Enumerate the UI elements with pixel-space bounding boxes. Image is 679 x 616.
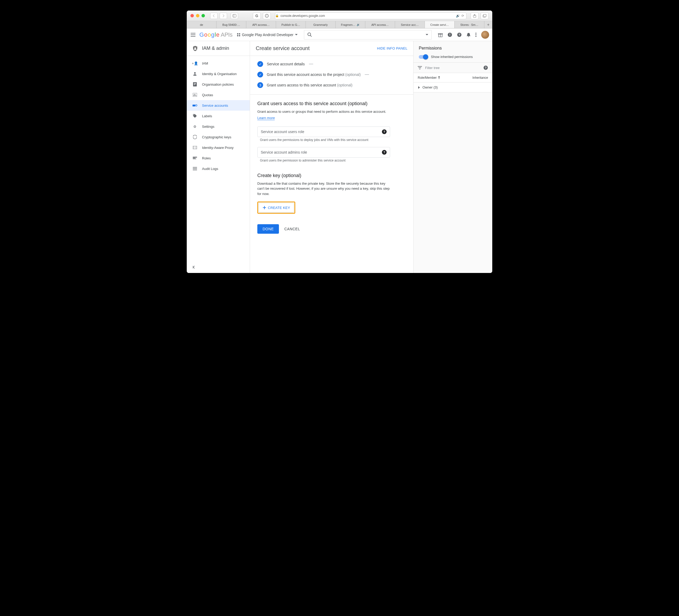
- permissions-panel: Permissions Show inherited permissions F…: [413, 41, 492, 273]
- share-button[interactable]: [471, 12, 479, 19]
- svg-text:?: ?: [458, 33, 460, 36]
- nav-policies[interactable]: Organisation policies: [187, 79, 250, 90]
- search-bar[interactable]: [304, 30, 432, 39]
- help-icon[interactable]: ?: [382, 150, 387, 155]
- more-icon[interactable]: [476, 33, 477, 37]
- help-icon[interactable]: ?: [483, 65, 488, 70]
- learn-more-link[interactable]: Learn more: [257, 116, 275, 120]
- filter-row[interactable]: Filter tree ?: [414, 62, 492, 73]
- create-key-button[interactable]: CREATE KEY: [259, 203, 294, 212]
- minimize-window[interactable]: [196, 14, 199, 18]
- sidebar-toggle[interactable]: [231, 13, 238, 19]
- field-help: Grant users the permission to administer…: [260, 159, 390, 162]
- shield-icon: [192, 45, 198, 52]
- admins-role-input[interactable]: Service account admins role ?: [257, 147, 390, 158]
- svg-rect-33: [193, 146, 197, 149]
- user-avatar[interactable]: [481, 31, 489, 39]
- table-header: Role/Member Inheritance: [414, 73, 492, 83]
- users-role-input[interactable]: Service account users role ?: [257, 126, 390, 137]
- svg-rect-29: [196, 95, 196, 96]
- svg-point-32: [194, 115, 194, 115]
- panel-title: Permissions: [419, 46, 487, 51]
- step-2[interactable]: ✓ Grant this service account access to t…: [257, 72, 406, 78]
- safari-toolbar: G i 🔒 console.developers.google.com 🔊 ⟳: [187, 10, 492, 21]
- maximize-window[interactable]: [201, 14, 205, 18]
- role-row[interactable]: Owner (3): [414, 83, 492, 92]
- extension-button-2[interactable]: i: [263, 12, 271, 19]
- browser-tab[interactable]: API access…: [246, 21, 276, 28]
- browser-window: G i 🔒 console.developers.google.com 🔊 ⟳ …: [187, 10, 492, 273]
- tabs-overview[interactable]: [481, 12, 489, 19]
- section-title: Grant users access to this service accou…: [257, 101, 390, 106]
- nav-identity[interactable]: Identity & Organisation: [187, 68, 250, 79]
- new-tab-button[interactable]: +: [484, 21, 492, 28]
- svg-rect-37: [193, 158, 195, 158]
- hide-info-panel[interactable]: HIDE INFO PANEL: [377, 47, 408, 50]
- browser-tab[interactable]: Publish to G…: [276, 21, 306, 28]
- nav-audit[interactable]: Audit Logs: [187, 163, 250, 174]
- help-icon[interactable]: ?: [457, 32, 462, 37]
- url-bar[interactable]: 🔒 console.developers.google.com 🔊 ⟳: [275, 12, 466, 19]
- alert-icon[interactable]: !: [448, 32, 452, 37]
- nav-iam[interactable]: +👤IAM: [187, 58, 250, 68]
- page-content: IAM & admin +👤IAM Identity & Organisatio…: [187, 41, 492, 273]
- reload-icon[interactable]: ⟳: [461, 14, 464, 18]
- gift-icon[interactable]: [438, 32, 443, 37]
- browser-tab[interactable]: Service acc…: [395, 21, 425, 28]
- project-picker[interactable]: Google Play Android Developer: [237, 33, 297, 37]
- svg-point-18: [476, 34, 477, 35]
- gear-icon: ⚙: [193, 125, 197, 129]
- svg-point-7: [308, 33, 311, 36]
- inherited-toggle[interactable]: [419, 55, 428, 59]
- close-window[interactable]: [190, 14, 194, 18]
- project-icon: [237, 33, 240, 36]
- browser-tab[interactable]: API access…: [365, 21, 395, 28]
- col-inheritance[interactable]: Inheritance: [473, 76, 488, 80]
- browser-tab[interactable]: de: [187, 21, 217, 28]
- person-add-icon: +👤: [193, 61, 197, 65]
- browser-tab[interactable]: Grammarly: [306, 21, 335, 28]
- google-apis-logo[interactable]: Google APIs: [199, 31, 232, 38]
- roles-icon: [193, 157, 197, 159]
- svg-line-8: [310, 35, 312, 37]
- svg-rect-0: [233, 14, 236, 17]
- nav-settings[interactable]: ⚙Settings: [187, 121, 250, 132]
- svg-rect-38: [193, 159, 196, 159]
- svg-rect-6: [484, 14, 486, 17]
- nav-quotas[interactable]: Quotas: [187, 90, 250, 100]
- browser-tab[interactable]: Bug 59400:…: [217, 21, 246, 28]
- help-icon[interactable]: ?: [382, 129, 387, 134]
- done-button[interactable]: DONE: [257, 224, 279, 234]
- svg-rect-36: [193, 157, 197, 158]
- nav-crypto[interactable]: Cryptographic keys: [187, 132, 250, 142]
- browser-tab[interactable]: Fragmen… 🔊: [335, 21, 365, 28]
- filter-icon: [418, 66, 422, 69]
- sidebar-title: IAM & admin: [202, 45, 229, 51]
- svg-rect-30: [193, 104, 195, 106]
- list-icon: [193, 167, 197, 170]
- back-button[interactable]: [210, 13, 218, 19]
- col-role[interactable]: Role/Member: [418, 76, 473, 80]
- nav-labels[interactable]: Labels: [187, 111, 250, 121]
- extension-button-1[interactable]: G: [253, 12, 261, 19]
- iam-sidebar: IAM & admin +👤IAM Identity & Organisatio…: [187, 41, 250, 273]
- nav-service-accounts[interactable]: Service accounts: [187, 100, 250, 111]
- bell-icon[interactable]: [466, 32, 471, 37]
- step-number: 3: [257, 82, 263, 88]
- nav-iap[interactable]: Identity-Aware Proxy: [187, 142, 250, 153]
- menu-icon[interactable]: [190, 32, 196, 38]
- browser-tab[interactable]: Stores · Sm…: [455, 21, 484, 28]
- svg-point-16: [468, 36, 469, 37]
- browser-tab-active[interactable]: Create servi…: [425, 21, 455, 28]
- forward-button[interactable]: [220, 13, 227, 19]
- sidebar-header: IAM & admin: [187, 41, 250, 56]
- expand-icon[interactable]: [418, 86, 420, 89]
- audio-icon[interactable]: 🔊: [456, 14, 460, 18]
- cancel-button[interactable]: CANCEL: [284, 227, 300, 231]
- step-1[interactable]: ✓ Service account details: [257, 61, 406, 67]
- search-dropdown-icon[interactable]: [426, 34, 428, 36]
- collapse-sidebar[interactable]: [187, 261, 250, 273]
- shield-key-icon: [193, 135, 197, 139]
- svg-rect-27: [194, 95, 194, 96]
- nav-roles[interactable]: Roles: [187, 153, 250, 163]
